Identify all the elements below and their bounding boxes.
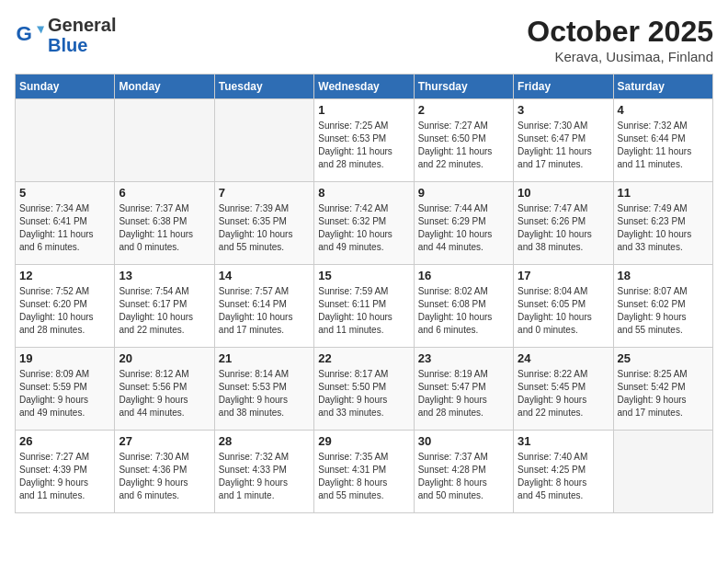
- calendar-cell: 20Sunrise: 8:12 AM Sunset: 5:56 PM Dayli…: [115, 348, 214, 431]
- day-info: Sunrise: 8:12 AM Sunset: 5:56 PM Dayligh…: [119, 368, 210, 419]
- calendar-cell: 18Sunrise: 8:07 AM Sunset: 6:02 PM Dayli…: [613, 265, 712, 348]
- weekday-header-tuesday: Tuesday: [214, 75, 313, 99]
- day-number: 31: [518, 434, 609, 448]
- day-info: Sunrise: 7:37 AM Sunset: 6:38 PM Dayligh…: [119, 202, 210, 254]
- calendar-cell: [16, 99, 115, 182]
- calendar-cell: 26Sunrise: 7:27 AM Sunset: 4:39 PM Dayli…: [16, 431, 115, 513]
- calendar-cell: 15Sunrise: 7:59 AM Sunset: 6:11 PM Dayli…: [314, 265, 414, 348]
- calendar-cell: 27Sunrise: 7:30 AM Sunset: 4:36 PM Dayli…: [115, 431, 214, 513]
- svg-text:G: G: [17, 22, 32, 45]
- day-info: Sunrise: 7:32 AM Sunset: 6:44 PM Dayligh…: [618, 120, 709, 171]
- calendar-cell: 9Sunrise: 7:44 AM Sunset: 6:29 PM Daylig…: [414, 182, 513, 265]
- day-number: 15: [318, 269, 409, 282]
- day-info: Sunrise: 8:07 AM Sunset: 6:02 PM Dayligh…: [618, 285, 709, 337]
- day-info: Sunrise: 8:14 AM Sunset: 5:53 PM Dayligh…: [219, 368, 310, 419]
- day-number: 1: [318, 103, 409, 117]
- day-info: Sunrise: 8:17 AM Sunset: 5:50 PM Dayligh…: [318, 368, 409, 419]
- day-number: 28: [219, 434, 310, 448]
- calendar-cell: 22Sunrise: 8:17 AM Sunset: 5:50 PM Dayli…: [314, 348, 414, 431]
- day-info: Sunrise: 7:40 AM Sunset: 4:25 PM Dayligh…: [518, 451, 609, 502]
- calendar-cell: 31Sunrise: 7:40 AM Sunset: 4:25 PM Dayli…: [514, 431, 613, 513]
- day-number: 18: [618, 269, 709, 282]
- day-number: 13: [119, 269, 210, 282]
- calendar-week-4: 19Sunrise: 8:09 AM Sunset: 5:59 PM Dayli…: [16, 348, 713, 431]
- calendar-header-row: SundayMondayTuesdayWednesdayThursdayFrid…: [16, 75, 713, 99]
- day-info: Sunrise: 7:39 AM Sunset: 6:35 PM Dayligh…: [219, 202, 310, 254]
- day-number: 30: [418, 434, 509, 448]
- calendar-cell: 14Sunrise: 7:57 AM Sunset: 6:14 PM Dayli…: [214, 265, 313, 348]
- day-number: 22: [318, 351, 409, 365]
- day-number: 4: [618, 103, 709, 117]
- day-info: Sunrise: 8:02 AM Sunset: 6:08 PM Dayligh…: [418, 285, 509, 337]
- day-info: Sunrise: 7:52 AM Sunset: 6:20 PM Dayligh…: [19, 285, 110, 337]
- day-number: 9: [418, 186, 509, 200]
- day-info: Sunrise: 8:09 AM Sunset: 5:59 PM Dayligh…: [19, 368, 110, 419]
- weekday-header-friday: Friday: [514, 75, 613, 99]
- calendar-cell: [214, 99, 313, 182]
- day-info: Sunrise: 7:25 AM Sunset: 6:53 PM Dayligh…: [318, 120, 409, 171]
- day-number: 14: [219, 269, 310, 282]
- calendar-cell: 2Sunrise: 7:27 AM Sunset: 6:50 PM Daylig…: [414, 99, 513, 182]
- day-number: 10: [518, 186, 609, 200]
- weekday-header-thursday: Thursday: [414, 75, 513, 99]
- day-number: 16: [418, 269, 509, 282]
- day-number: 21: [219, 351, 310, 365]
- calendar-cell: 17Sunrise: 8:04 AM Sunset: 6:05 PM Dayli…: [514, 265, 613, 348]
- weekday-header-saturday: Saturday: [613, 75, 712, 99]
- calendar-cell: 25Sunrise: 8:25 AM Sunset: 5:42 PM Dayli…: [613, 348, 712, 431]
- calendar-cell: [613, 431, 712, 513]
- logo-icon: G: [15, 20, 44, 50]
- calendar-cell: 21Sunrise: 8:14 AM Sunset: 5:53 PM Dayli…: [214, 348, 313, 431]
- weekday-header-wednesday: Wednesday: [314, 75, 414, 99]
- day-info: Sunrise: 7:54 AM Sunset: 6:17 PM Dayligh…: [119, 285, 210, 337]
- logo: G General Blue: [15, 15, 116, 55]
- day-info: Sunrise: 7:32 AM Sunset: 4:33 PM Dayligh…: [219, 451, 310, 502]
- day-info: Sunrise: 7:27 AM Sunset: 6:50 PM Dayligh…: [418, 120, 509, 171]
- calendar-cell: 6Sunrise: 7:37 AM Sunset: 6:38 PM Daylig…: [115, 182, 214, 265]
- day-info: Sunrise: 7:37 AM Sunset: 4:28 PM Dayligh…: [418, 451, 509, 502]
- calendar-cell: 1Sunrise: 7:25 AM Sunset: 6:53 PM Daylig…: [314, 99, 414, 182]
- calendar-cell: 28Sunrise: 7:32 AM Sunset: 4:33 PM Dayli…: [214, 431, 313, 513]
- day-info: Sunrise: 7:34 AM Sunset: 6:41 PM Dayligh…: [19, 202, 110, 254]
- day-number: 17: [518, 269, 609, 282]
- day-info: Sunrise: 7:57 AM Sunset: 6:14 PM Dayligh…: [219, 285, 310, 337]
- day-number: 20: [119, 351, 210, 365]
- day-info: Sunrise: 7:49 AM Sunset: 6:23 PM Dayligh…: [618, 202, 709, 254]
- day-info: Sunrise: 7:30 AM Sunset: 4:36 PM Dayligh…: [119, 451, 210, 502]
- title-section: October 2025 Kerava, Uusimaa, Finland: [527, 15, 713, 64]
- calendar-cell: 23Sunrise: 8:19 AM Sunset: 5:47 PM Dayli…: [414, 348, 513, 431]
- day-info: Sunrise: 7:30 AM Sunset: 6:47 PM Dayligh…: [518, 120, 609, 171]
- day-number: 23: [418, 351, 509, 365]
- day-number: 19: [19, 351, 110, 365]
- calendar-cell: 3Sunrise: 7:30 AM Sunset: 6:47 PM Daylig…: [514, 99, 613, 182]
- day-number: 6: [119, 186, 210, 200]
- calendar-cell: 4Sunrise: 7:32 AM Sunset: 6:44 PM Daylig…: [613, 99, 712, 182]
- calendar-cell: 8Sunrise: 7:42 AM Sunset: 6:32 PM Daylig…: [314, 182, 414, 265]
- day-number: 8: [318, 186, 409, 200]
- calendar-cell: 16Sunrise: 8:02 AM Sunset: 6:08 PM Dayli…: [414, 265, 513, 348]
- day-info: Sunrise: 8:19 AM Sunset: 5:47 PM Dayligh…: [418, 368, 509, 419]
- day-info: Sunrise: 7:42 AM Sunset: 6:32 PM Dayligh…: [318, 202, 409, 254]
- svg-marker-1: [37, 26, 44, 33]
- day-number: 7: [219, 186, 310, 200]
- day-number: 2: [418, 103, 509, 117]
- logo-general-text: General: [48, 15, 116, 35]
- day-info: Sunrise: 7:27 AM Sunset: 4:39 PM Dayligh…: [19, 451, 110, 502]
- calendar-cell: 24Sunrise: 8:22 AM Sunset: 5:45 PM Dayli…: [514, 348, 613, 431]
- day-info: Sunrise: 8:22 AM Sunset: 5:45 PM Dayligh…: [518, 368, 609, 419]
- day-info: Sunrise: 8:25 AM Sunset: 5:42 PM Dayligh…: [618, 368, 709, 419]
- calendar-week-2: 5Sunrise: 7:34 AM Sunset: 6:41 PM Daylig…: [16, 182, 713, 265]
- day-number: 26: [19, 434, 110, 448]
- day-number: 27: [119, 434, 210, 448]
- weekday-header-sunday: Sunday: [16, 75, 115, 99]
- calendar-cell: 19Sunrise: 8:09 AM Sunset: 5:59 PM Dayli…: [16, 348, 115, 431]
- calendar-cell: 29Sunrise: 7:35 AM Sunset: 4:31 PM Dayli…: [314, 431, 414, 513]
- location: Kerava, Uusimaa, Finland: [527, 49, 713, 64]
- calendar-cell: 10Sunrise: 7:47 AM Sunset: 6:26 PM Dayli…: [514, 182, 613, 265]
- day-number: 5: [19, 186, 110, 200]
- calendar-cell: 12Sunrise: 7:52 AM Sunset: 6:20 PM Dayli…: [16, 265, 115, 348]
- day-number: 3: [518, 103, 609, 117]
- page-header: G General Blue October 2025 Kerava, Uusi…: [15, 15, 713, 64]
- day-info: Sunrise: 8:04 AM Sunset: 6:05 PM Dayligh…: [518, 285, 609, 337]
- weekday-header-monday: Monday: [115, 75, 214, 99]
